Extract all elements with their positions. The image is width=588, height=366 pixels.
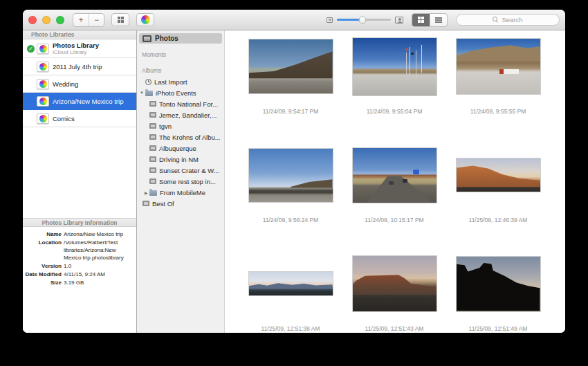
photo-thumbnail[interactable] — [352, 37, 437, 96]
album-item-jemez-bandalier[interactable]: Jemez, Bandalier,... — [137, 109, 224, 120]
open-in-photos-button[interactable] — [136, 13, 154, 26]
library-text: Wedding — [53, 80, 78, 88]
album-folder-from-mobileme[interactable]: ▶ From MobileMe — [137, 187, 224, 198]
photo-zone — [352, 143, 437, 207]
albums-panel: Photos Moments Albums Last Import ▼ iPho… — [137, 30, 225, 333]
photo-timestamp: 11/25/09, 12:51:49 AM — [469, 325, 528, 332]
photo-cell: 11/25/09, 12:51:38 AM — [239, 252, 342, 333]
minimize-button[interactable] — [42, 16, 50, 24]
list-view-icon — [435, 17, 442, 23]
info-value: 3.19 GB — [64, 279, 132, 286]
album-icon — [149, 156, 156, 162]
photo-thumbnail[interactable] — [248, 39, 333, 94]
toolbar: + − — [23, 10, 565, 30]
photo-thumbnail[interactable] — [248, 271, 333, 296]
album-folder-iphoto-events[interactable]: ▼ iPhoto Events — [137, 87, 224, 98]
close-button[interactable] — [28, 16, 37, 24]
albums-panel-item-photos[interactable]: Photos — [139, 33, 222, 44]
album-item-the-krohns[interactable]: The Krohns of Albu... — [137, 131, 224, 143]
album-label: Albuquerque — [159, 145, 196, 152]
album-item-tgvn[interactable]: tgvn — [137, 120, 224, 131]
album-label: Tonto National For... — [159, 100, 218, 108]
album-icon — [149, 123, 156, 129]
small-thumbnail-icon — [327, 17, 333, 23]
sidebar-item-arizona-new-mexico-trip[interactable]: Arizona/New Mexico trip — [23, 93, 136, 110]
photo-thumbnail[interactable] — [352, 255, 437, 312]
remove-library-button[interactable]: − — [89, 14, 104, 26]
info-row-version: Version 1.0 — [23, 262, 132, 270]
album-label: Some rest stop in... — [159, 178, 216, 185]
view-mode-segmented-control — [412, 13, 448, 27]
album-item-sunset-crater[interactable]: Sunset Crater & W... — [137, 165, 224, 176]
photo-cell: 11/25/09, 12:51:43 AM — [342, 252, 446, 333]
photo-thumbnail[interactable] — [456, 256, 541, 312]
photo-timestamp: 11/24/09, 9:54:17 PM — [263, 108, 319, 115]
album-item-some-rest-stop[interactable]: Some rest stop in... — [137, 176, 224, 187]
photo-zone — [456, 35, 541, 98]
album-label: From MobileMe — [160, 189, 205, 196]
sidebar-spacer — [23, 127, 136, 218]
photo-thumbnail[interactable] — [456, 38, 541, 95]
info-row-date-modified: Date Modified 4/11/15, 9:24 AM — [23, 271, 132, 278]
grid-view-button[interactable] — [412, 14, 430, 26]
album-item-tonto-national-forest[interactable]: Tonto National For... — [137, 98, 224, 109]
library-text: Comics — [53, 115, 75, 122]
all-libraries-button[interactable] — [111, 13, 129, 26]
sidebar-item-photos-library[interactable]: ✓ Photos Library iCloud Library — [23, 39, 136, 58]
photo-zone — [352, 35, 437, 98]
photos-flower-icon — [39, 115, 47, 122]
list-view-button[interactable] — [430, 14, 447, 26]
disclosure-closed-icon[interactable]: ▶ — [145, 190, 148, 195]
content-area: Photo Libraries ✓ Photos Library iCloud … — [23, 30, 565, 333]
photo-cell: 11/25/09, 12:51:49 AM — [446, 252, 550, 333]
slider-knob[interactable] — [358, 16, 366, 24]
album-icon — [149, 167, 156, 173]
album-icon — [143, 201, 149, 206]
search-input[interactable]: Search — [456, 14, 560, 26]
photos-flower-icon — [39, 80, 47, 88]
active-library-check-icon: ✓ — [27, 45, 35, 53]
library-sidebar: Photo Libraries ✓ Photos Library iCloud … — [23, 30, 137, 333]
info-row-location: Location /Volumes/Ratbert/Test libraries… — [23, 239, 132, 262]
album-item-last-import[interactable]: Last Import — [137, 76, 224, 87]
section-label-albums[interactable]: Albums — [142, 67, 224, 74]
photo-timestamp: 11/24/09, 10:15:17 PM — [365, 217, 423, 223]
add-library-button[interactable]: + — [73, 14, 89, 26]
album-item-albuquerque[interactable]: Albuquerque — [137, 143, 224, 154]
section-label-moments[interactable]: Moments — [142, 51, 224, 58]
photo-thumbnail[interactable] — [248, 148, 333, 203]
library-name: Comics — [53, 115, 75, 122]
info-label: Name — [23, 230, 62, 238]
photo-thumbnail[interactable] — [456, 158, 541, 192]
photo-zone — [248, 35, 333, 98]
photo-zone — [456, 252, 541, 315]
info-row-name: Name Arizona/New Mexico trip — [23, 230, 132, 238]
photos-flower-icon — [141, 15, 150, 24]
thumbnail-size-slider[interactable] — [337, 19, 391, 21]
disclosure-open-icon[interactable]: ▼ — [140, 91, 144, 95]
photo-timestamp: 11/25/09, 12:46:39 AM — [469, 217, 528, 223]
clock-icon — [145, 79, 151, 85]
zoom-button[interactable] — [56, 16, 64, 24]
album-label: tgvn — [159, 122, 172, 130]
libraries-grid-icon — [118, 17, 124, 23]
album-icon — [149, 179, 156, 184]
sidebar-item-wedding[interactable]: Wedding — [23, 75, 136, 93]
sidebar-item-2011-july-4th-trip[interactable]: 2011 July 4th trip — [23, 58, 136, 75]
photo-zone — [248, 252, 333, 315]
album-item-best-of[interactable]: Best Of — [137, 198, 224, 209]
info-label: Location — [23, 239, 62, 262]
toolbar-right-cluster: Search — [327, 13, 560, 27]
photo-cell: 11/24/09, 9:55:55 PM — [446, 35, 550, 143]
photo-thumbnail[interactable] — [352, 147, 437, 203]
library-icon — [37, 96, 49, 107]
photos-flower-icon — [39, 98, 47, 105]
photos-flower-icon — [39, 63, 47, 71]
library-subtitle: iCloud Library — [53, 49, 99, 55]
sidebar-item-comics[interactable]: Comics — [23, 110, 136, 127]
library-icon — [37, 79, 49, 89]
photo-cell: 11/24/09, 10:15:17 PM — [342, 143, 446, 252]
album-item-driving-in-nm[interactable]: Driving in NM — [137, 154, 224, 165]
info-value: /Volumes/Ratbert/Test libraries/Arizona:… — [64, 239, 132, 262]
album-icon — [149, 112, 156, 118]
